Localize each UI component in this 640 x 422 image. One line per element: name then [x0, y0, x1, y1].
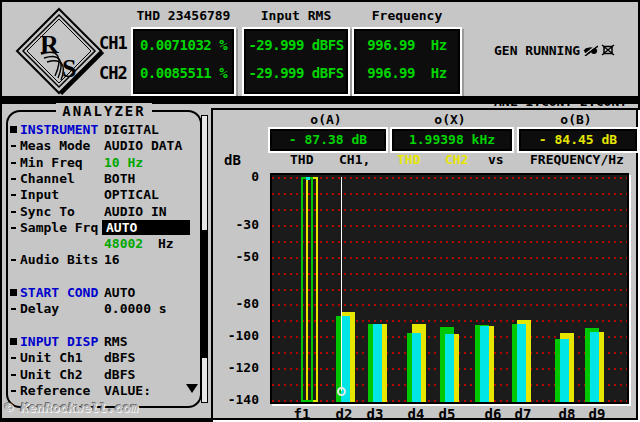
menu-item-unit-ch2[interactable]: Unit Ch2dBFS — [8, 367, 200, 383]
bar-overlap-d4 — [412, 333, 421, 402]
x-tick-label-d2: d2 — [336, 406, 353, 422]
item-marker-icon — [11, 227, 16, 229]
x-tick-label-d4: d4 — [408, 406, 425, 422]
menu-item-input-disp[interactable]: INPUT DISPRMS — [8, 334, 200, 350]
menu-item-value: AUTO — [104, 285, 135, 300]
item-marker-icon — [11, 194, 16, 196]
menu-item-label: Sample Frq — [20, 220, 98, 235]
monitor-muted-icon — [583, 43, 598, 60]
bar-overlap-d9 — [590, 332, 599, 403]
item-marker-icon — [11, 145, 16, 147]
bar-overlap-d3 — [373, 324, 382, 402]
menu-item-unit-ch1[interactable]: Unit Ch1dBFS — [8, 350, 200, 366]
y-tick-label: -120 — [213, 360, 259, 376]
bar-overlap-cap-f1 — [306, 177, 310, 180]
cursor-x-label: o(X) — [392, 112, 508, 128]
gridline — [272, 241, 627, 243]
menu-item-label: Audio Bits — [20, 252, 98, 267]
plot-area — [270, 173, 629, 404]
rms-group-title: Input RMS — [244, 8, 348, 23]
gridline — [272, 209, 627, 211]
menu-item-start-cond[interactable]: START CONDAUTO — [8, 285, 200, 301]
menu-item-label: INPUT DISP — [20, 334, 98, 349]
y-tick-label: -80 — [213, 296, 259, 312]
menu-item-meas-mode[interactable]: Meas ModeAUDIO DATA — [8, 138, 200, 154]
gridline — [272, 193, 627, 195]
x-tick-label-d3: d3 — [367, 406, 384, 422]
menu-item-value: 48002 — [104, 236, 143, 251]
section-marker-icon — [10, 126, 17, 133]
thd-ch2-value: 0.0085511 % — [135, 65, 232, 81]
chart-title-part: FREQUENCY/Hz — [530, 152, 624, 167]
instrument-screen: R S CH1 CH2 THD 23456789 0.0071032 % 0.0… — [0, 0, 640, 422]
menu-item-label: Channel — [20, 171, 75, 186]
gridline — [272, 304, 627, 306]
chart-title-part: THD — [397, 152, 420, 167]
menu-item-audio-bits[interactable]: Audio Bits16 — [8, 252, 200, 268]
chart-title-part: THD — [290, 152, 313, 167]
x-tick-label-d7: d7 — [515, 406, 532, 422]
cursor-x-value: 1.99398 kHz — [394, 132, 510, 147]
y-tick-label: -30 — [213, 217, 259, 233]
menu-item-value: DIGITAL — [104, 122, 159, 137]
menu-item-sync-to[interactable]: Sync ToAUDIO IN — [8, 204, 200, 220]
item-marker-icon — [11, 162, 16, 164]
menu-item-value: BOTH — [104, 171, 135, 186]
gridline — [272, 177, 627, 179]
gridline — [272, 225, 627, 227]
menu-item-delay[interactable]: Delay0.0000 s — [8, 301, 200, 317]
menu-item-label: INSTRUMENT — [20, 122, 98, 137]
cursor-line[interactable] — [341, 177, 342, 391]
y-tick-label: -140 — [213, 392, 259, 408]
y-axis-unit-label: dB — [224, 152, 241, 168]
chart-title-part: vs — [488, 152, 504, 167]
logo-letter-r: R — [40, 30, 59, 59]
menu-item-sub-value[interactable]: 48002Hz — [8, 236, 200, 252]
frequency-group-title: Frequency — [354, 8, 460, 23]
x-tick-label-d9: d9 — [589, 406, 606, 422]
bar-ch1-outline-f1 — [301, 177, 313, 402]
panel-title: ANALYZER — [8, 103, 200, 119]
cursor-b-display: - 84.45 dB — [519, 129, 637, 151]
item-marker-icon — [11, 178, 16, 180]
chart-title-part: CH1, — [339, 152, 370, 167]
cursor-a-value: - 87.38 dB — [272, 132, 384, 147]
generator-status: GEN RUNNING — [494, 42, 638, 59]
cursor-a-label: o(A) — [270, 112, 382, 128]
menu-item-label: START COND — [20, 285, 98, 300]
scrollbar-down-arrow-icon[interactable] — [186, 384, 198, 393]
cursor-a-display: - 87.38 dB — [270, 129, 386, 151]
menu-item-value: AUDIO IN — [104, 204, 167, 219]
rms-display: -29.999 dBFS -29.999 dBFS — [244, 29, 348, 94]
thd-display: 0.0071032 % 0.0085511 % — [133, 29, 234, 94]
scrollbar-thumb[interactable] — [201, 230, 208, 358]
menu-item-value: RMS — [104, 334, 127, 349]
channel-1-label: CH1 — [99, 33, 133, 55]
menu-item-instrument[interactable]: INSTRUMENTDIGITAL — [8, 122, 200, 138]
menu-item-input[interactable]: InputOPTICAL — [8, 187, 200, 203]
bar-overlap-d7 — [517, 324, 526, 402]
cursor-b-label: o(B) — [519, 112, 633, 128]
chart-panel: o(A) o(X) o(B) - 87.38 dB 1.99398 kHz - … — [211, 108, 638, 420]
item-marker-icon — [11, 357, 16, 359]
item-marker-icon — [11, 259, 16, 261]
item-marker-icon — [11, 211, 16, 213]
menu-item-label: Input — [20, 187, 59, 202]
menu-item-value: AUTO — [102, 220, 190, 235]
menu-item-value: 16 — [104, 252, 120, 267]
frequency-ch1-value: 996.99 Hz — [356, 37, 458, 53]
menu-item-min-freq[interactable]: Min Freq10 Hz — [8, 155, 200, 171]
menu-item-label: Reference — [20, 383, 90, 398]
y-tick-label: 0 — [213, 169, 259, 185]
menu-item-reference[interactable]: ReferenceVALUE: — [8, 383, 200, 399]
y-tick-label: -100 — [213, 328, 259, 344]
cursor-x-display: 1.99398 kHz — [392, 129, 512, 151]
bar-overlap-d5 — [445, 334, 454, 402]
y-tick-label: -50 — [213, 249, 259, 265]
header-bar: R S CH1 CH2 THD 23456789 0.0071032 % 0.0… — [2, 2, 638, 96]
menu-item-sample-frq[interactable]: Sample FrqAUTO — [8, 220, 200, 236]
item-marker-icon — [11, 374, 16, 376]
cursor-marker[interactable] — [337, 387, 346, 396]
menu-item-value: VALUE: — [104, 383, 151, 398]
menu-item-channel[interactable]: ChannelBOTH — [8, 171, 200, 187]
